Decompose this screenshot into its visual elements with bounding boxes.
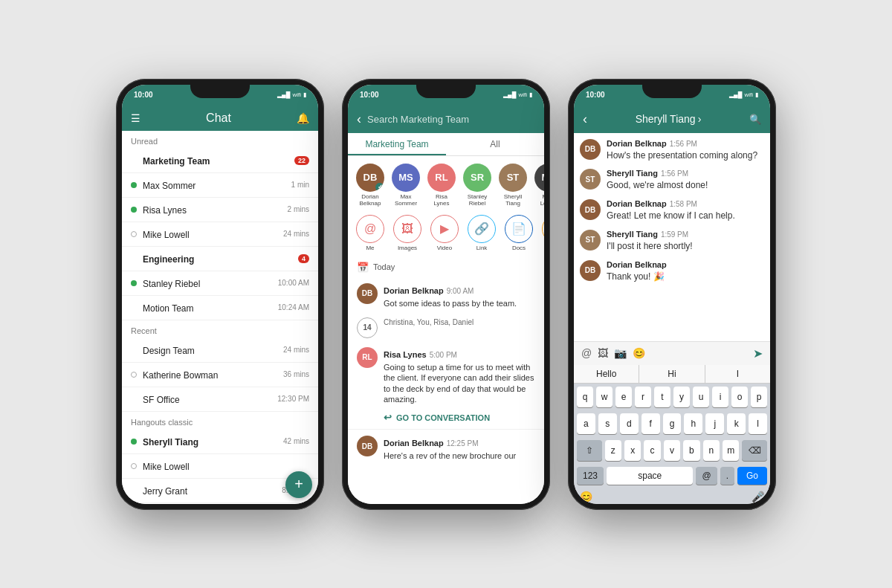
chat-name: Katherine Bowman xyxy=(143,370,218,381)
wifi-icon: wifi xyxy=(744,91,753,98)
key-go[interactable]: Go xyxy=(737,467,767,485)
chat-time: 24 mins xyxy=(283,230,309,238)
list-item[interactable]: Mike Lowell 24 mins xyxy=(122,222,318,247)
key-c[interactable]: c xyxy=(644,440,660,461)
key-d[interactable]: d xyxy=(620,413,639,434)
key-i[interactable]: i xyxy=(712,387,728,407)
filter-label: Images xyxy=(398,245,417,251)
menu-icon[interactable]: ☰ xyxy=(131,112,140,124)
phone-1: 10:00 ▂▄█ wifi ▮ ☰ Chat 🔔 Unread Marketi… xyxy=(116,79,324,510)
key-h[interactable]: h xyxy=(684,413,702,434)
list-item[interactable]: Stanley Riebel 10:00 AM xyxy=(122,271,318,296)
key-w[interactable]: w xyxy=(596,387,613,407)
unread-section-label: Unread xyxy=(122,131,318,149)
key-x[interactable]: x xyxy=(624,440,641,461)
filter-label: Docs xyxy=(512,245,526,251)
go-conversation-button[interactable]: ↩ GO TO CONVERSATION xyxy=(348,409,544,429)
key-j[interactable]: j xyxy=(705,413,724,434)
key-o[interactable]: o xyxy=(731,387,748,407)
list-item[interactable]: SF Office 12:30 PM xyxy=(122,387,318,412)
date-divider: 📅 Today xyxy=(348,256,544,279)
chat-time: 12:30 PM xyxy=(277,395,309,403)
reaction-icon[interactable]: 😊 xyxy=(633,347,645,359)
key-g[interactable]: g xyxy=(663,413,682,434)
msg-text: Great! Let me know if I can help. xyxy=(607,210,764,222)
back-icon[interactable]: ‹ xyxy=(583,112,587,127)
message-avatar: DB xyxy=(580,199,601,220)
avatar-item[interactable]: SR StanleyRiebel xyxy=(461,164,494,207)
msg-time: 5:00 PM xyxy=(430,351,457,359)
key-n[interactable]: n xyxy=(703,440,720,461)
list-item[interactable]: Design Team 24 mins xyxy=(122,338,318,363)
key-k[interactable]: k xyxy=(727,413,746,434)
camera-icon[interactable]: 📷 xyxy=(614,347,627,359)
list-item[interactable]: Katherine Bowman 36 mins xyxy=(122,363,318,387)
message-row: DB Dorian Belknap 1:58 PM Great! Let me … xyxy=(580,199,764,222)
key-b[interactable]: b xyxy=(683,440,699,461)
emoji-icon[interactable]: 😊 xyxy=(580,491,592,503)
suggestion-i[interactable]: I xyxy=(705,365,770,383)
bell-icon[interactable]: 🔔 xyxy=(297,112,309,124)
key-t[interactable]: t xyxy=(654,387,670,407)
msg-text: How's the presentation coming along? xyxy=(607,149,764,162)
filter-docs[interactable]: 📄 Docs xyxy=(502,215,535,251)
msg-text: Good, we're almost done! xyxy=(607,179,764,192)
msg-sender: Dorian Belknap xyxy=(607,260,667,269)
key-z[interactable]: z xyxy=(605,440,621,461)
avatar-item[interactable]: DB DorianBelknap xyxy=(354,164,387,207)
filter-images[interactable]: 🖼 Images xyxy=(391,215,424,251)
fab-button[interactable]: + xyxy=(285,471,312,498)
filter-link[interactable]: 🔗 Link xyxy=(465,215,498,251)
key-shift[interactable]: ⇧ xyxy=(577,440,602,461)
filter-me[interactable]: @ Me xyxy=(354,215,387,251)
search-input[interactable] xyxy=(367,114,535,125)
list-item[interactable]: Risa Lynes 2 mins xyxy=(122,198,318,222)
key-period[interactable]: . xyxy=(720,467,734,485)
key-123[interactable]: 123 xyxy=(577,467,604,485)
key-f[interactable]: f xyxy=(641,413,660,434)
msg-time: 1:58 PM xyxy=(670,200,697,208)
key-p[interactable]: p xyxy=(751,387,767,407)
chat-name: Motion Team xyxy=(143,303,193,314)
conversation-name: Sheryll Tiang xyxy=(636,113,696,125)
back-icon[interactable]: ‹ xyxy=(357,112,361,127)
msg-sender: Risa Lynes xyxy=(384,350,427,359)
key-m[interactable]: m xyxy=(723,440,739,461)
suggestion-hello[interactable]: Hello xyxy=(574,365,639,383)
send-button[interactable]: ➤ xyxy=(753,346,763,361)
key-at[interactable]: @ xyxy=(696,467,717,485)
avatar-item[interactable]: MS MaxSommer xyxy=(390,164,422,207)
key-l[interactable]: l xyxy=(749,413,767,434)
search-icon[interactable]: 🔍 xyxy=(749,114,761,125)
key-v[interactable]: v xyxy=(664,440,680,461)
chat-name: Mike Lowell xyxy=(143,462,190,472)
key-y[interactable]: y xyxy=(673,387,690,407)
at-icon[interactable]: @ xyxy=(581,347,592,359)
image-icon[interactable]: 🖼 xyxy=(598,347,608,359)
key-u[interactable]: u xyxy=(693,387,709,407)
key-q[interactable]: q xyxy=(577,387,593,407)
recent-section-label: Recent xyxy=(122,320,318,338)
suggestion-hi[interactable]: Hi xyxy=(639,365,705,383)
key-a[interactable]: a xyxy=(577,413,595,434)
filter-slides[interactable]: 📊 Slides xyxy=(540,215,544,251)
online-dot xyxy=(131,207,137,213)
key-r[interactable]: r xyxy=(635,387,651,407)
key-space[interactable]: space xyxy=(607,467,693,485)
list-item[interactable]: Engineering 4 xyxy=(122,247,318,271)
list-item[interactable]: Sheryll Tiang 42 mins xyxy=(122,430,318,454)
key-s[interactable]: s xyxy=(598,413,617,434)
key-e[interactable]: e xyxy=(615,387,632,407)
tab-all[interactable]: All xyxy=(446,133,544,155)
list-item[interactable]: Marketing Team 22 xyxy=(122,149,318,173)
list-item[interactable]: Max Sommer 1 min xyxy=(122,173,318,198)
avatar-item[interactable]: ML MikeLowell xyxy=(532,164,544,207)
chat-name: Sheryll Tiang xyxy=(143,437,198,448)
avatar-item[interactable]: ST SheryllTiang xyxy=(497,164,529,207)
avatar-item[interactable]: RL RisaLynes xyxy=(425,164,458,207)
tab-marketing-team[interactable]: Marketing Team xyxy=(348,133,446,155)
key-backspace[interactable]: ⌫ xyxy=(742,440,767,461)
filter-video[interactable]: ▶ Video xyxy=(428,215,461,251)
mic-icon[interactable]: 🎤 xyxy=(752,491,764,503)
list-item[interactable]: Motion Team 10:24 AM xyxy=(122,296,318,320)
